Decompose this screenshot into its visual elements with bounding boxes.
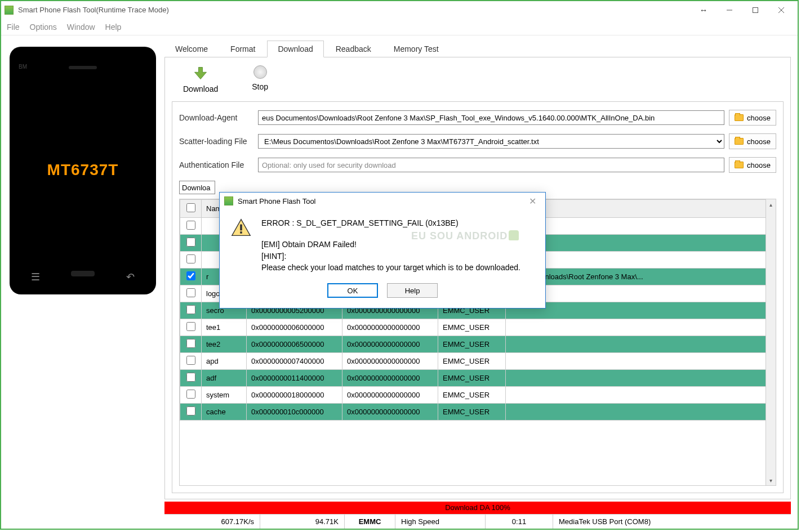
- cell-begin: 0x0000000006000000: [247, 319, 342, 336]
- table-row[interactable]: apd0x00000000074000000x0000000000000000E…: [180, 353, 776, 370]
- row-checkbox[interactable]: [186, 373, 195, 382]
- phone-screen: MT6737T: [15, 79, 150, 261]
- cell-location: [506, 235, 776, 252]
- tab-download[interactable]: Download: [267, 41, 323, 57]
- title-bar: Smart Phone Flash Tool(Runtime Trace Mod…: [1, 1, 798, 19]
- scroll-up-icon[interactable]: ▴: [766, 199, 776, 209]
- cell-location: [506, 302, 776, 319]
- menu-window[interactable]: Window: [67, 23, 95, 32]
- dialog-help-button[interactable]: Help: [387, 283, 438, 298]
- auth-file-label: Authentication File: [179, 160, 253, 169]
- cell-name: tee1: [202, 319, 247, 336]
- tab-memory-test[interactable]: Memory Test: [383, 41, 450, 57]
- cell-location: [506, 285, 776, 302]
- choose-scatter-button[interactable]: choose: [729, 133, 776, 149]
- vertical-scrollbar[interactable]: ▴ ▾: [766, 199, 776, 485]
- row-checkbox[interactable]: [186, 390, 195, 399]
- table-row[interactable]: system0x00000000180000000x00000000000000…: [180, 387, 776, 404]
- resize-horizontal-icon[interactable]: ↔: [691, 2, 717, 19]
- cell-region: EMMC_USER: [438, 319, 506, 336]
- dialog-close-button[interactable]: ✕: [524, 196, 541, 207]
- tab-bar: Welcome Format Download Readback Memory …: [164, 40, 791, 57]
- choose-auth-button[interactable]: choose: [729, 157, 776, 173]
- table-row[interactable]: tee20x00000000065000000x0000000000000000…: [180, 336, 776, 353]
- table-row[interactable]: adf0x00000000114000000x0000000000000000E…: [180, 370, 776, 387]
- dialog-text: ERROR : S_DL_GET_DRAM_SETTING_FAIL (0x13…: [261, 217, 520, 273]
- download-agent-label: Download-Agent: [179, 113, 253, 122]
- scatter-file-row: Scatter-loading File E:\Meus Documentos\…: [179, 133, 776, 149]
- dialog-ok-button[interactable]: OK: [327, 283, 378, 298]
- maximize-button[interactable]: [742, 2, 768, 19]
- header-location: Location: [506, 200, 776, 218]
- download-agent-row: Download-Agent choose: [179, 110, 776, 126]
- tab-readback[interactable]: Readback: [325, 41, 382, 57]
- status-mode: High Speed: [395, 515, 486, 529]
- cell-name: cache: [202, 404, 247, 421]
- phone-bm-label: BM: [19, 64, 27, 70]
- tab-format[interactable]: Format: [220, 41, 266, 57]
- dialog-title-bar[interactable]: Smart Phone Flash Tool ✕: [220, 193, 545, 209]
- cell-location: [506, 218, 776, 235]
- cell-end: 0x0000000000000000: [342, 387, 438, 404]
- toolbar: Download Stop: [172, 63, 784, 101]
- cell-begin: 0x0000000011400000: [247, 370, 342, 387]
- folder-icon: [735, 162, 744, 168]
- scatter-file-input[interactable]: E:\Meus Documentos\Downloads\Root Zenfon…: [258, 134, 724, 149]
- cell-end: 0x0000000000000000: [342, 370, 438, 387]
- menu-file[interactable]: File: [7, 23, 20, 32]
- status-speed: 607.17K/s: [164, 515, 260, 529]
- status-bytes: 94.71K: [260, 515, 345, 529]
- auth-file-input[interactable]: [258, 158, 724, 172]
- table-row[interactable]: cache0x000000010c0000000x000000000000000…: [180, 404, 776, 421]
- cell-region: EMMC_USER: [438, 353, 506, 370]
- stop-button[interactable]: Stop: [252, 65, 268, 93]
- phone-chip-label: MT6737T: [47, 161, 119, 179]
- row-checkbox[interactable]: [186, 254, 195, 263]
- download-button-label: Download: [183, 84, 218, 93]
- cell-location: [506, 404, 776, 421]
- dialog-title: Smart Phone Flash Tool: [238, 197, 316, 205]
- cell-location: [506, 252, 776, 269]
- phone-menu-icon: ☰: [31, 271, 40, 283]
- download-agent-input[interactable]: [258, 110, 724, 125]
- cell-region: EMMC_USER: [438, 370, 506, 387]
- error-dialog: Smart Phone Flash Tool ✕ ERROR : S_DL_GE…: [219, 192, 546, 309]
- stop-button-label: Stop: [252, 82, 268, 91]
- phone-back-icon: ↶: [126, 271, 135, 283]
- row-checkbox[interactable]: [186, 356, 195, 365]
- choose-da-button[interactable]: choose: [729, 110, 776, 126]
- download-mode-select[interactable]: [179, 181, 215, 194]
- cell-end: 0x0000000000000000: [342, 319, 438, 336]
- tab-welcome[interactable]: Welcome: [164, 41, 219, 57]
- dialog-line2: [HINT]:: [261, 251, 520, 262]
- header-checkbox[interactable]: [180, 200, 202, 218]
- phone-nav: ☰ ↶: [15, 266, 150, 288]
- table-row[interactable]: tee10x00000000060000000x0000000000000000…: [180, 319, 776, 336]
- cell-region: EMMC_USER: [438, 336, 506, 353]
- cell-name: system: [202, 387, 247, 404]
- dialog-error-title: ERROR : S_DL_GET_DRAM_SETTING_FAIL (0x13…: [261, 217, 520, 229]
- row-checkbox[interactable]: [186, 406, 195, 415]
- row-checkbox[interactable]: [186, 221, 195, 230]
- row-checkbox[interactable]: [186, 288, 195, 297]
- close-button[interactable]: [768, 2, 794, 19]
- cell-begin: 0x000000010c000000: [247, 404, 342, 421]
- cell-location: [506, 353, 776, 370]
- cell-name: apd: [202, 353, 247, 370]
- row-checkbox[interactable]: [186, 238, 195, 247]
- phone-speaker: [69, 66, 97, 69]
- row-checkbox[interactable]: [186, 271, 195, 280]
- menu-help[interactable]: Help: [105, 23, 122, 32]
- download-button[interactable]: Download: [183, 65, 218, 93]
- cell-end: 0x0000000000000000: [342, 353, 438, 370]
- stop-icon: [253, 65, 267, 79]
- menu-options[interactable]: Options: [30, 23, 57, 32]
- cell-name: adf: [202, 370, 247, 387]
- row-checkbox[interactable]: [186, 339, 195, 348]
- scroll-down-icon[interactable]: ▾: [766, 475, 776, 485]
- folder-icon: [735, 138, 744, 145]
- row-checkbox[interactable]: [186, 322, 195, 331]
- cell-begin: 0x0000000007400000: [247, 353, 342, 370]
- minimize-button[interactable]: [717, 2, 742, 19]
- row-checkbox[interactable]: [186, 305, 195, 314]
